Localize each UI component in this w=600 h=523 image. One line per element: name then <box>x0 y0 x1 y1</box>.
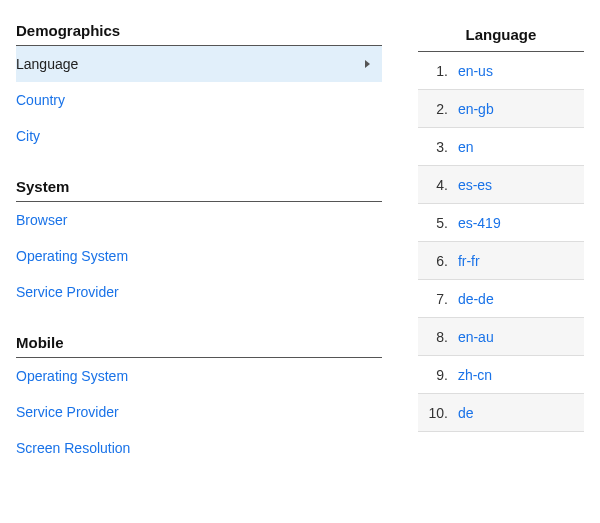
table-row: 4.es-es <box>418 166 584 204</box>
language-value[interactable]: es-es <box>454 177 492 193</box>
sidebar-item-label: Screen Resolution <box>16 440 130 456</box>
table-row: 5.es-419 <box>418 204 584 242</box>
row-index: 9. <box>418 367 454 383</box>
section-title-system: System <box>16 168 382 202</box>
row-index: 1. <box>418 63 454 79</box>
row-index: 7. <box>418 291 454 307</box>
right-panel: Language 1.en-us2.en-gb3.en4.es-es5.es-4… <box>418 20 584 466</box>
sidebar-item-mobile-os[interactable]: Operating System <box>16 358 382 394</box>
chevron-right-icon <box>365 60 370 68</box>
language-value[interactable]: en-us <box>454 63 493 79</box>
row-index: 8. <box>418 329 454 345</box>
language-value[interactable]: en <box>454 139 474 155</box>
language-value[interactable]: de <box>454 405 474 421</box>
section-title-demographics: Demographics <box>16 20 382 46</box>
sidebar-item-label: Operating System <box>16 248 128 264</box>
sidebar-item-city[interactable]: City <box>16 118 382 154</box>
sidebar-item-label: Country <box>16 92 65 108</box>
sidebar-item-label: City <box>16 128 40 144</box>
sidebar-item-label: Browser <box>16 212 67 228</box>
table-row: 2.en-gb <box>418 90 584 128</box>
sidebar-item-browser[interactable]: Browser <box>16 202 382 238</box>
sidebar-item-screen-resolution[interactable]: Screen Resolution <box>16 430 382 466</box>
section-title-mobile: Mobile <box>16 324 382 358</box>
sidebar-item-label: Service Provider <box>16 284 119 300</box>
language-value[interactable]: de-de <box>454 291 494 307</box>
table-header-language: Language <box>418 20 584 52</box>
language-value[interactable]: en-au <box>454 329 494 345</box>
language-value[interactable]: en-gb <box>454 101 494 117</box>
sidebar-item-country[interactable]: Country <box>16 82 382 118</box>
table-row: 10.de <box>418 394 584 432</box>
sidebar-item-service-provider[interactable]: Service Provider <box>16 274 382 310</box>
sidebar-item-language[interactable]: Language <box>16 46 382 82</box>
language-value[interactable]: es-419 <box>454 215 501 231</box>
table-row: 3.en <box>418 128 584 166</box>
table-row: 1.en-us <box>418 52 584 90</box>
row-index: 6. <box>418 253 454 269</box>
left-panel: Demographics Language Country City Syste… <box>16 20 382 466</box>
sidebar-item-label: Service Provider <box>16 404 119 420</box>
row-index: 3. <box>418 139 454 155</box>
sidebar-item-label: Language <box>16 56 78 72</box>
language-value[interactable]: fr-fr <box>454 253 480 269</box>
table-row: 9.zh-cn <box>418 356 584 394</box>
table-row: 6.fr-fr <box>418 242 584 280</box>
row-index: 10. <box>418 405 454 421</box>
language-value[interactable]: zh-cn <box>454 367 492 383</box>
sidebar-item-label: Operating System <box>16 368 128 384</box>
sidebar-item-mobile-service-provider[interactable]: Service Provider <box>16 394 382 430</box>
sidebar-item-operating-system[interactable]: Operating System <box>16 238 382 274</box>
row-index: 2. <box>418 101 454 117</box>
table-row: 8.en-au <box>418 318 584 356</box>
row-index: 4. <box>418 177 454 193</box>
row-index: 5. <box>418 215 454 231</box>
table-row: 7.de-de <box>418 280 584 318</box>
